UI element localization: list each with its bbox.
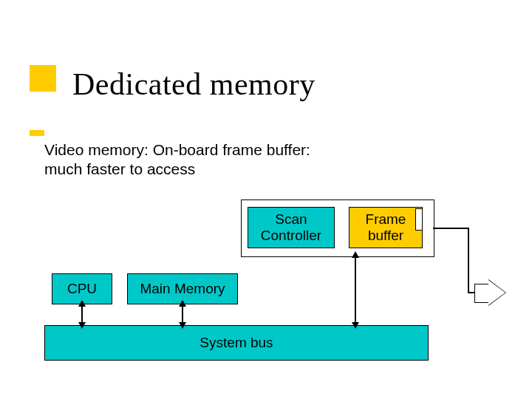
scan-controller-box: ScanController <box>248 207 335 248</box>
fb-to-output-hline <box>433 228 468 229</box>
arrowhead-down-icon <box>179 322 186 329</box>
arrowhead-up-icon <box>179 300 186 307</box>
system-bus-label: System bus <box>200 335 273 351</box>
slide-description: Video memory: On-board frame buffer:much… <box>44 140 310 180</box>
arrowhead-down-icon <box>352 322 359 329</box>
arrowhead-up-icon <box>352 251 359 258</box>
cpu-label: CPU <box>67 281 97 297</box>
output-device-cone-icon <box>488 279 506 306</box>
scan-to-bus-line <box>355 256 356 325</box>
main-memory-label: Main Memory <box>140 281 225 297</box>
arrowhead-down-icon <box>78 322 86 329</box>
scan-controller-label: ScanController <box>261 211 321 244</box>
slide-title: Dedicated memory <box>72 66 316 102</box>
frame-buffer-label: Framebuffer <box>366 211 406 244</box>
bullet-accent <box>30 130 44 136</box>
fb-to-output-vline <box>468 228 469 293</box>
title-accent-square <box>30 65 56 92</box>
frame-buffer-inner-mark <box>415 208 423 231</box>
fb-to-output-hline2 <box>468 292 475 293</box>
arrowhead-up-icon <box>78 300 86 307</box>
frame-buffer-box: Framebuffer <box>349 207 423 248</box>
system-bus-box: System bus <box>44 325 429 361</box>
